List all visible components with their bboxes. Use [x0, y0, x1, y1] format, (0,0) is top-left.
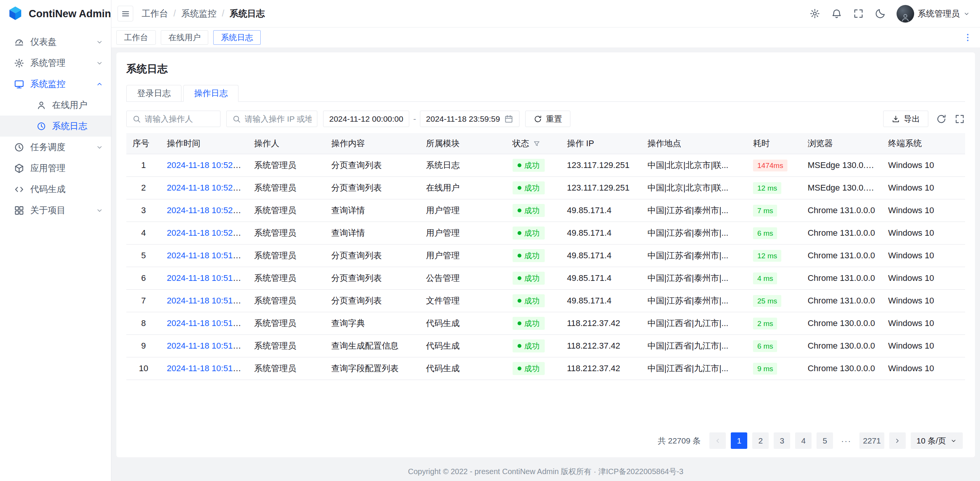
sidebar-item-system-monitor[interactable]: 系统监控 — [0, 73, 111, 95]
cell-os: Windows 10 — [882, 290, 965, 312]
column-header-label: 操作地点 — [647, 139, 681, 148]
status-badge: 成功 — [513, 317, 545, 330]
cell-time: 2024-11-18 10:52:12 — [161, 199, 248, 222]
copyright-text: Copyright © 2022 - present ContiNew Admi… — [408, 466, 684, 477]
sidebar-item-task-schedule[interactable]: 任务调度 — [0, 137, 111, 158]
sidebar-item-label: 代码生成 — [30, 183, 65, 195]
duration-badge: 12 ms — [753, 182, 781, 194]
page-button[interactable]: 3 — [774, 432, 790, 449]
date-start-picker[interactable]: 2024-11-12 00:00:00 — [323, 111, 409, 127]
nav-tabs: 工作台在线用户系统日志 — [116, 30, 958, 45]
cell-browser: Chrome 130.0.0.0 — [802, 357, 882, 380]
chevron-left-icon — [714, 437, 722, 445]
operation-time-link[interactable]: 2024-11-18 10:51:50 — [167, 318, 245, 328]
cell-content: 查询生成配置信息 — [325, 335, 420, 357]
cell-module: 在线用户 — [420, 177, 506, 199]
page-button[interactable]: 1 — [731, 432, 747, 449]
table-row: 52024-11-18 10:51:55系统管理员分页查询列表用户管理成功49.… — [126, 245, 965, 267]
cell-index: 10 — [126, 357, 161, 380]
operation-time-link[interactable]: 2024-11-18 10:52:47 — [167, 183, 245, 192]
chevron-down-icon — [963, 10, 970, 17]
page-button[interactable]: 4 — [795, 432, 812, 449]
cell-operator: 系统管理员 — [248, 199, 325, 222]
page-button[interactable]: 2271 — [859, 432, 884, 449]
cell-os: Windows 10 — [882, 245, 965, 267]
operator-search-input[interactable] — [145, 114, 215, 124]
operation-time-link[interactable]: 2024-11-18 10:51:52 — [167, 296, 245, 305]
notifications-bell-icon[interactable] — [831, 8, 842, 19]
reset-button[interactable]: 重置 — [525, 111, 570, 127]
ip-search[interactable] — [226, 111, 317, 127]
duration-badge: 6 ms — [753, 340, 777, 352]
operation-time-link[interactable]: 2024-11-18 10:51:53 — [167, 273, 245, 283]
ip-search-input[interactable] — [245, 114, 312, 124]
next-page-button[interactable] — [889, 432, 906, 449]
operation-time-link[interactable]: 2024-11-18 10:51:49 — [167, 364, 245, 373]
dark-mode-moon-icon[interactable] — [875, 8, 886, 19]
calendar-icon — [504, 114, 513, 124]
breadcrumb-item[interactable]: 系统日志 — [230, 8, 265, 20]
nav-tab[interactable]: 系统日志 — [213, 30, 261, 45]
page-button[interactable]: 2 — [752, 432, 769, 449]
table-header-row: 序号操作时间操作人操作内容所属模块状态操作 IP操作地点耗时浏览器终端系统 — [126, 133, 965, 154]
operation-time-link[interactable]: 2024-11-18 10:51:49 — [167, 341, 245, 351]
cell-ip: 118.212.37.42 — [561, 357, 641, 380]
cell-status: 成功 — [506, 222, 561, 245]
cell-module: 用户管理 — [420, 199, 506, 222]
sidebar-item-online-users[interactable]: 在线用户 — [0, 95, 111, 116]
sidebar-collapse-button[interactable] — [118, 6, 133, 21]
breadcrumb-item[interactable]: 工作台 — [142, 8, 168, 20]
status-filter-icon[interactable] — [533, 140, 541, 148]
page-size-select[interactable]: 10 条/页 — [911, 432, 963, 449]
export-button[interactable]: 导出 — [883, 111, 928, 127]
duration-badge: 7 ms — [753, 205, 777, 217]
sidebar-item-about-project[interactable]: 关于项目 — [0, 200, 111, 221]
operation-time-link[interactable]: 2024-11-18 10:52:12 — [167, 205, 245, 215]
cell-os: Windows 10 — [882, 335, 965, 357]
sidebar-item-label: 应用管理 — [30, 162, 65, 174]
logo[interactable]: ContiNew Admin — [0, 0, 111, 28]
cell-browser: Chrome 131.0.0.0 — [802, 267, 882, 290]
app-icon — [14, 163, 24, 174]
sidebar-item-system-log[interactable]: 系统日志 — [0, 116, 111, 137]
cell-ip: 49.85.171.4 — [561, 199, 641, 222]
operator-search[interactable] — [126, 111, 220, 127]
pagination-total: 共 22709 条 — [658, 435, 701, 446]
footer: Copyright © 2022 - present ContiNew Admi… — [111, 462, 980, 481]
column-header: 耗时 — [747, 133, 801, 154]
cell-location: 中国|北京|北京市|联... — [641, 154, 747, 177]
operation-time-link[interactable]: 2024-11-18 10:51:55 — [167, 251, 245, 260]
operation-time-link[interactable]: 2024-11-18 10:52:55 — [167, 160, 245, 170]
status-label: 成功 — [524, 251, 540, 261]
cell-content: 分页查询列表 — [325, 290, 420, 312]
refresh-table-icon[interactable] — [936, 114, 947, 124]
sidebar: ContiNew Admin 仪表盘系统管理系统监控在线用户系统日志任务调度应用… — [0, 0, 111, 481]
date-end-picker[interactable]: 2024-11-18 23:59:59 — [420, 111, 519, 127]
sidebar-item-dashboard[interactable]: 仪表盘 — [0, 31, 111, 52]
sidebar-item-system-management[interactable]: 系统管理 — [0, 52, 111, 73]
user-menu[interactable]: 系统管理员 — [897, 5, 970, 23]
breadcrumb-separator: / — [173, 8, 176, 19]
sidebar-item-code-generation[interactable]: 代码生成 — [0, 179, 111, 200]
pagination-ellipsis[interactable]: ··· — [838, 432, 854, 449]
sidebar-item-app-management[interactable]: 应用管理 — [0, 158, 111, 179]
operation-time-link[interactable]: 2024-11-18 10:52:05 — [167, 228, 245, 238]
log-tab[interactable]: 操作日志 — [183, 85, 238, 102]
refresh-icon — [534, 115, 542, 123]
cell-time: 2024-11-18 10:52:05 — [161, 222, 248, 245]
prev-page-button[interactable] — [709, 432, 726, 449]
page-button[interactable]: 5 — [817, 432, 833, 449]
log-tab[interactable]: 登录日志 — [126, 85, 181, 102]
cell-module: 文件管理 — [420, 290, 506, 312]
cell-module: 系统日志 — [420, 154, 506, 177]
settings-icon[interactable] — [809, 8, 820, 19]
nav-tab[interactable]: 在线用户 — [161, 30, 208, 45]
breadcrumb-item[interactable]: 系统监控 — [181, 8, 216, 20]
table-fullscreen-icon[interactable] — [954, 114, 965, 124]
nav-tab[interactable]: 工作台 — [116, 30, 156, 45]
cell-ip: 123.117.129.251 — [561, 154, 641, 177]
menu-icon — [121, 9, 130, 18]
cell-duration: 12 ms — [747, 245, 801, 267]
tab-options-icon[interactable] — [963, 33, 973, 42]
fullscreen-icon[interactable] — [853, 8, 864, 19]
